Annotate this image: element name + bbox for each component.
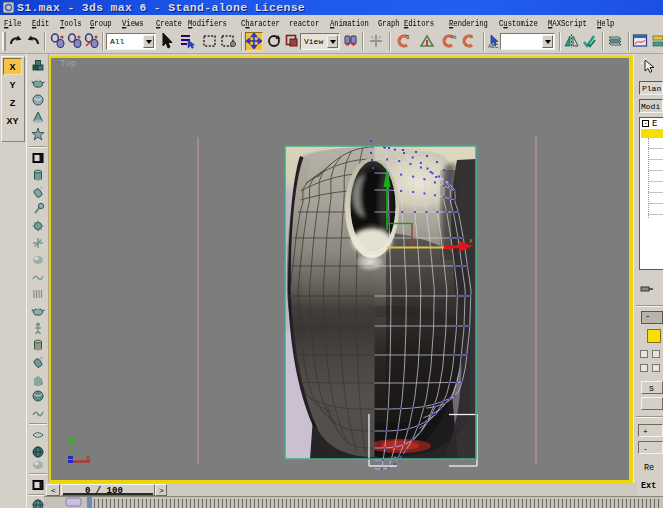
svg-text:%: % (451, 34, 457, 40)
svg-text:x: x (469, 237, 473, 244)
svg-text:x: x (86, 453, 91, 462)
svg-text:▫: ▫ (471, 34, 473, 40)
svg-text:ABC: ABC (488, 43, 499, 49)
svg-text:3: 3 (406, 34, 410, 40)
svg-text:Y: Y (67, 437, 73, 446)
